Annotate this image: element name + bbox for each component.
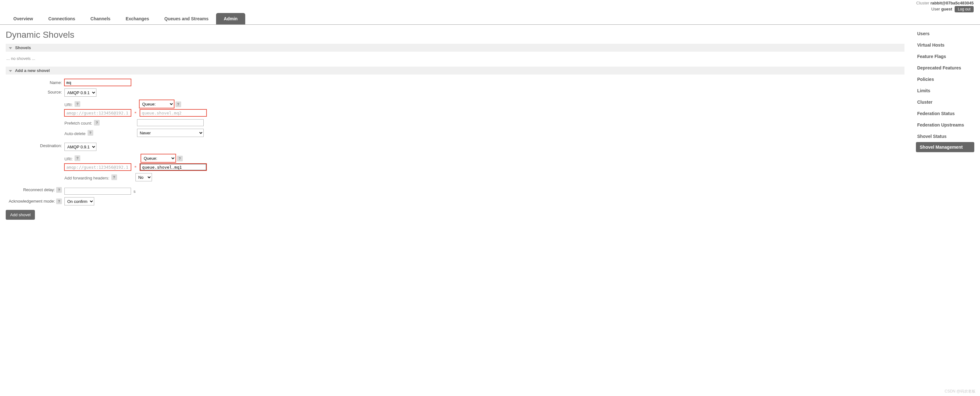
chevron-down-icon xyxy=(9,70,12,72)
autodelete-select[interactable]: Never xyxy=(137,129,204,137)
sidebar-item-federation-status[interactable]: Federation Status xyxy=(916,108,974,119)
cluster-name: rabbit@07ba5c483045 xyxy=(931,1,974,5)
help-icon[interactable]: ? xyxy=(111,174,117,180)
ack-label: Acknowledgement mode: ? xyxy=(6,196,64,207)
source-protocol-select[interactable]: AMQP 0.9.1 xyxy=(64,89,97,97)
section-add-shovel[interactable]: Add a new shovel xyxy=(6,67,905,74)
sidebar-item-vhosts[interactable]: Virtual Hosts xyxy=(916,39,974,51)
source-label: Source: xyxy=(6,87,64,139)
sidebar-item-limits[interactable]: Limits xyxy=(916,85,974,97)
source-uri-input[interactable] xyxy=(64,109,131,116)
help-icon[interactable]: ? xyxy=(75,155,80,161)
shovel-form: Name: Source: AMQP 0.9.1 URI: ? xyxy=(6,78,208,207)
admin-sidebar: Users Virtual Hosts Feature Flags Deprec… xyxy=(910,25,980,155)
section-shovels[interactable]: Shovels xyxy=(6,44,905,52)
mandatory-mark: * xyxy=(133,111,138,116)
main-content: Dynamic Shovels Shovels ... no shovels .… xyxy=(0,25,910,222)
help-icon[interactable]: ? xyxy=(75,101,80,107)
dest-uri-label: URI: xyxy=(64,155,73,162)
tab-overview[interactable]: Overview xyxy=(6,13,41,24)
sidebar-item-federation-upstreams[interactable]: Federation Upstreams xyxy=(916,119,974,131)
no-shovels-text: ... no shovels ... xyxy=(6,55,905,67)
sidebar-item-shovel-management[interactable]: Shovel Management xyxy=(916,142,974,152)
chevron-down-icon xyxy=(9,47,12,49)
header-top: Cluster rabbit@07ba5c483045 User guest L… xyxy=(0,0,980,13)
reconnect-unit: s xyxy=(134,189,136,194)
tab-admin[interactable]: Admin xyxy=(216,13,245,24)
add-shovel-button[interactable]: Add shovel xyxy=(6,210,35,220)
help-icon[interactable]: ? xyxy=(177,156,183,162)
dest-uri-input[interactable] xyxy=(64,163,131,171)
name-label: Name: xyxy=(6,78,64,87)
source-target-type-select[interactable]: Queue: xyxy=(139,100,174,108)
main-tabs: Overview Connections Channels Exchanges … xyxy=(0,13,980,25)
sidebar-item-users[interactable]: Users xyxy=(916,28,974,39)
forward-select[interactable]: No xyxy=(135,173,152,181)
cluster-label: Cluster xyxy=(916,1,929,5)
user-line: User guest Log out xyxy=(6,6,974,13)
source-uri-label: URI: xyxy=(64,100,73,108)
reconnect-label: Reconnect delay: ? xyxy=(6,184,64,196)
tab-exchanges[interactable]: Exchanges xyxy=(118,13,157,24)
dest-target-input[interactable] xyxy=(140,163,207,171)
dest-target-type-select[interactable]: Queue: xyxy=(141,154,176,162)
ack-select[interactable]: On confirm xyxy=(64,197,94,206)
user-name: guest xyxy=(941,7,952,11)
page-title: Dynamic Shovels xyxy=(6,30,905,40)
name-input[interactable] xyxy=(64,79,131,86)
mandatory-mark: * xyxy=(133,165,138,169)
section-shovels-label: Shovels xyxy=(15,45,31,50)
help-icon[interactable]: ? xyxy=(56,198,62,204)
logout-button[interactable]: Log out xyxy=(955,6,974,13)
help-icon[interactable]: ? xyxy=(88,130,93,136)
prefetch-input[interactable] xyxy=(137,119,204,126)
sidebar-item-shovel-status[interactable]: Shovel Status xyxy=(916,131,974,142)
source-target-input[interactable] xyxy=(140,109,207,116)
user-label: User xyxy=(931,7,940,11)
prefetch-label: Prefetch count: xyxy=(64,119,92,126)
cluster-line: Cluster rabbit@07ba5c483045 xyxy=(6,1,974,5)
help-icon[interactable]: ? xyxy=(175,101,181,107)
tab-connections[interactable]: Connections xyxy=(41,13,83,24)
sidebar-item-feature-flags[interactable]: Feature Flags xyxy=(916,51,974,62)
sidebar-item-cluster[interactable]: Cluster xyxy=(916,97,974,108)
sidebar-item-policies[interactable]: Policies xyxy=(916,74,974,85)
section-add-label: Add a new shovel xyxy=(15,68,50,73)
dest-label: Destination: xyxy=(6,139,64,184)
reconnect-input[interactable] xyxy=(64,188,131,195)
tab-channels[interactable]: Channels xyxy=(83,13,118,24)
autodelete-label: Auto-delete xyxy=(64,129,86,137)
sidebar-item-deprecated[interactable]: Deprecated Features xyxy=(916,62,974,74)
dest-protocol-select[interactable]: AMQP 0.9.1 xyxy=(64,143,97,151)
help-icon[interactable]: ? xyxy=(94,120,100,125)
forward-label: Add forwarding headers: xyxy=(64,174,110,181)
help-icon[interactable]: ? xyxy=(56,187,62,193)
tab-queues[interactable]: Queues and Streams xyxy=(157,13,216,24)
